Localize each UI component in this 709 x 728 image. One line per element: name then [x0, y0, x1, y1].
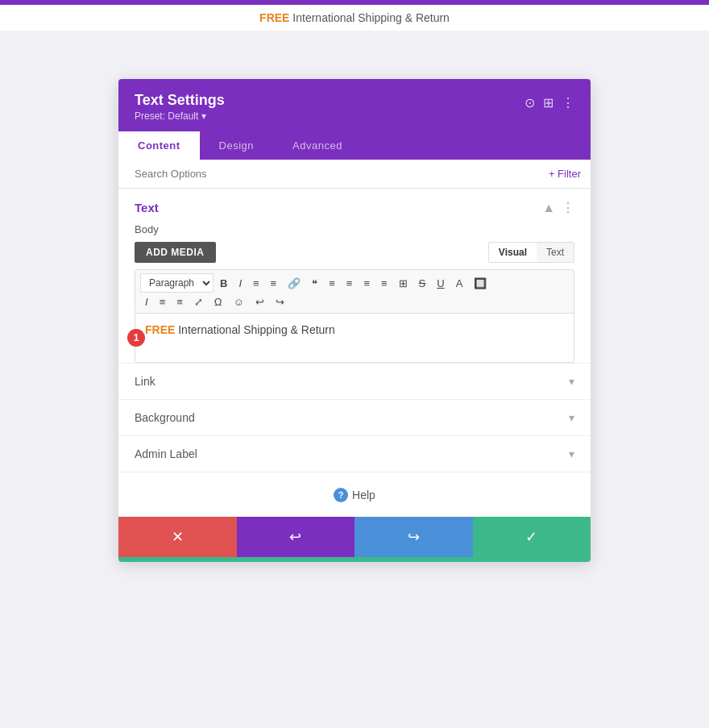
search-bar: + Filter [118, 160, 591, 189]
tab-advanced[interactable]: Advanced [273, 131, 362, 160]
text-section-header: Text ▲ ⋮ [118, 189, 591, 223]
help-circle-icon: ? [334, 488, 348, 502]
grid-icon[interactable]: ⊞ [543, 95, 554, 110]
save-icon: ✓ [525, 528, 537, 546]
outdent-button[interactable]: ≡ [172, 294, 188, 310]
bold-button[interactable]: B [215, 276, 232, 291]
editor-rest-text: International Shipping & Return [175, 323, 334, 336]
ul-button[interactable]: ≡ [248, 276, 264, 291]
align-left-button[interactable]: ≡ [324, 276, 340, 291]
text-section-title: Text [135, 201, 159, 214]
editor-wrapper: 1 FREE International Shipping & Return [135, 314, 574, 362]
cancel-button[interactable]: ✕ [118, 517, 237, 557]
admin-label-label: Admin Label [135, 447, 197, 460]
undo-icon: ↩ [289, 528, 301, 546]
special-chars-button[interactable]: 🔲 [469, 276, 491, 291]
admin-label-chevron-icon: ▾ [569, 447, 574, 460]
settings-icon[interactable]: ⊙ [524, 95, 535, 110]
filter-button[interactable]: + Filter [549, 168, 581, 180]
expand-button[interactable]: ⤢ [189, 294, 208, 310]
text-button[interactable]: Text [537, 243, 574, 262]
bottom-bar: ✕ ↩ ↪ ✓ [118, 517, 591, 557]
section-header-icons: ▲ ⋮ [542, 200, 574, 215]
extra-bottom-bar [118, 557, 591, 562]
indent-button[interactable]: ≡ [155, 294, 171, 310]
tab-design[interactable]: Design [200, 131, 273, 160]
redo-icon: ↪ [408, 528, 420, 546]
tab-content[interactable]: Content [118, 131, 200, 160]
modal-title: Text Settings [135, 92, 225, 109]
admin-label-section[interactable]: Admin Label ▾ [118, 435, 591, 472]
tab-bar: Content Design Advanced [118, 131, 591, 160]
background-label: Background [135, 411, 195, 424]
modal-header-icons: ⊙ ⊞ ⋮ [524, 95, 574, 110]
background-chevron-icon: ▾ [569, 411, 574, 424]
announcement-text: International Shipping & Return [289, 11, 449, 24]
editor-container: Paragraph B I ≡ ≡ 🔗 ❝ ≡ ≡ ≡ ≡ ⊞ S U A [135, 269, 574, 363]
collapse-icon[interactable]: ▲ [542, 201, 555, 215]
redo-button[interactable]: ↪ [271, 294, 289, 310]
add-media-bar: ADD MEDIA Visual Text [118, 242, 591, 269]
ol-button[interactable]: ≡ [266, 276, 282, 291]
visual-button[interactable]: Visual [489, 243, 537, 262]
body-label: Body [118, 223, 591, 242]
save-button[interactable]: ✓ [473, 517, 591, 557]
text-settings-modal: Text Settings Preset: Default ▾ ⊙ ⊞ ⋮ Co… [118, 79, 591, 562]
italic2-button[interactable]: I [140, 294, 153, 310]
omega-button[interactable]: Ω [209, 294, 227, 310]
toolbar-row-2: I ≡ ≡ ⤢ Ω ☺ ↩ ↪ [140, 294, 569, 310]
page-background: Text Settings Preset: Default ▾ ⊙ ⊞ ⋮ Co… [0, 31, 709, 594]
editor-free-text: FREE [145, 323, 175, 336]
help-area: ? Help [118, 472, 591, 517]
more-options-icon[interactable]: ⋮ [562, 200, 574, 215]
modal-title-area: Text Settings Preset: Default ▾ [135, 92, 225, 122]
search-input[interactable] [128, 160, 549, 188]
strikethrough-button[interactable]: S [414, 276, 431, 291]
background-section[interactable]: Background ▾ [118, 399, 591, 435]
link-section[interactable]: Link ▾ [118, 363, 591, 399]
link-label: Link [135, 375, 155, 388]
align-center-button[interactable]: ≡ [342, 276, 358, 291]
blockquote-button[interactable]: ❝ [307, 276, 322, 291]
emoji-button[interactable]: ☺ [229, 294, 249, 310]
align-justify-button[interactable]: ≡ [376, 276, 392, 291]
help-label: Help [352, 489, 375, 501]
italic-button[interactable]: I [234, 276, 247, 291]
more-icon[interactable]: ⋮ [562, 95, 574, 110]
visual-text-toggle: Visual Text [488, 242, 574, 263]
cancel-icon: ✕ [172, 528, 184, 546]
modal-header: Text Settings Preset: Default ▾ ⊙ ⊞ ⋮ [118, 79, 591, 131]
link-chevron-icon: ▾ [569, 375, 574, 388]
undo-button[interactable]: ↩ [251, 294, 269, 310]
paragraph-select[interactable]: Paragraph [140, 273, 214, 293]
toolbar-row-1: Paragraph B I ≡ ≡ 🔗 ❝ ≡ ≡ ≡ ≡ ⊞ S U A [140, 273, 569, 293]
modal-preset[interactable]: Preset: Default ▾ [135, 110, 225, 122]
announcement-bar: FREE International Shipping & Return [0, 5, 709, 31]
align-right-button[interactable]: ≡ [359, 276, 375, 291]
undo-button[interactable]: ↩ [237, 517, 355, 557]
free-label: FREE [259, 11, 289, 24]
underline-button[interactable]: U [432, 276, 449, 291]
link-button[interactable]: 🔗 [283, 276, 305, 291]
redo-button[interactable]: ↪ [354, 517, 473, 557]
help-button[interactable]: ? Help [334, 488, 375, 502]
color-button[interactable]: A [451, 276, 468, 291]
editor-toolbar: Paragraph B I ≡ ≡ 🔗 ❝ ≡ ≡ ≡ ≡ ⊞ S U A [135, 270, 574, 314]
add-media-button[interactable]: ADD MEDIA [135, 242, 216, 263]
table-button[interactable]: ⊞ [394, 276, 413, 291]
editor-body[interactable]: FREE International Shipping & Return [135, 314, 574, 362]
